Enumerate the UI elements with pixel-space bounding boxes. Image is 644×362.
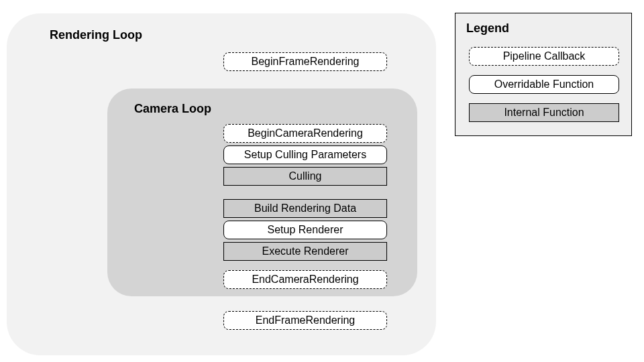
- step-begin-frame-rendering: BeginFrameRendering: [223, 52, 387, 71]
- rendering-loop-title: Rendering Loop: [50, 28, 142, 42]
- step-culling: Culling: [223, 167, 387, 186]
- step-build-rendering-data: Build Rendering Data: [223, 199, 387, 218]
- camera-loop-container: Camera Loop BeginCameraRendering Setup C…: [107, 88, 417, 296]
- rendering-loop-container: Rendering Loop BeginFrameRendering Camer…: [7, 13, 436, 355]
- legend-pipeline-callback: Pipeline Callback: [469, 47, 619, 66]
- step-execute-renderer: Execute Renderer: [223, 242, 387, 261]
- step-setup-culling-parameters: Setup Culling Parameters: [223, 145, 387, 164]
- step-begin-camera-rendering: BeginCameraRendering: [223, 124, 387, 143]
- legend-title: Legend: [466, 21, 509, 36]
- camera-loop-title: Camera Loop: [134, 102, 211, 116]
- step-end-camera-rendering: EndCameraRendering: [223, 270, 387, 289]
- legend-internal-function: Internal Function: [469, 103, 619, 122]
- step-setup-renderer: Setup Renderer: [223, 221, 387, 239]
- legend-container: Legend Pipeline Callback Overridable Fun…: [455, 13, 632, 136]
- legend-overridable-function: Overridable Function: [469, 75, 619, 94]
- step-end-frame-rendering: EndFrameRendering: [223, 311, 387, 330]
